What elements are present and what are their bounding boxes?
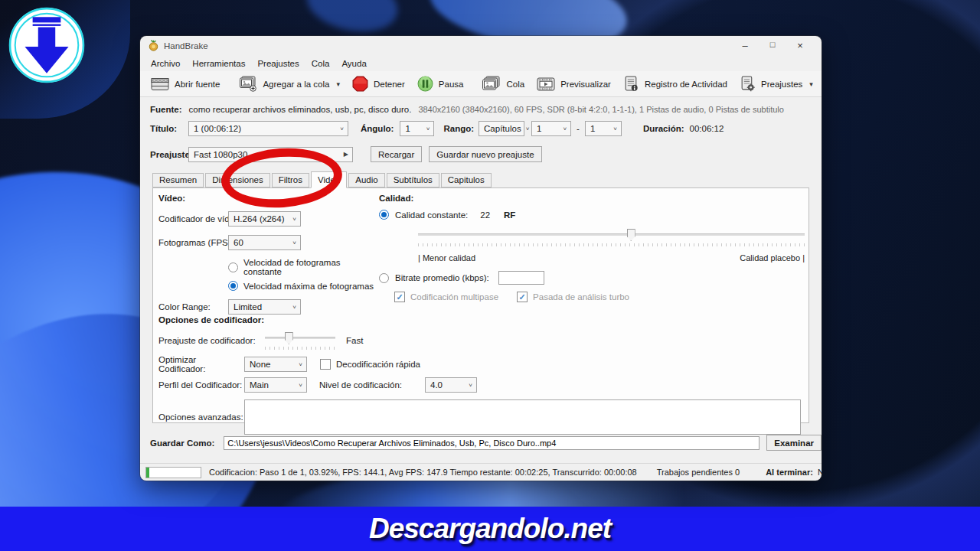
tab-resumen[interactable]: Resumen [152,173,204,187]
check-icon: ✓ [396,292,403,302]
encoder-preset-slider-track [265,337,335,339]
quality-slider-thumb[interactable] [627,229,635,241]
pause-button[interactable]: Pausa [411,73,470,95]
on-complete-select[interactable]: No hacer nada [818,468,822,477]
preset-select[interactable]: Fast 1080p30 ▶ [188,147,353,162]
menu-cola[interactable]: Cola [305,57,336,70]
chevron-down-icon: ˅ [292,216,296,223]
toolbar: Abrir fuente Agregar a la cola ▾ Detener [140,71,822,97]
multipass-checkbox[interactable]: ✓ [394,292,405,302]
menu-herramientas[interactable]: Herramientas [186,57,251,70]
open-source-button[interactable]: Abrir fuente [145,73,226,95]
source-details: 3840x2160 (3840x2160), 60 FPS, SDR (8-bi… [418,105,784,114]
turbo-checkbox[interactable]: ✓ [517,292,528,302]
activity-log-button[interactable]: Registro de Actividad [617,73,733,95]
title-select-value: 1 (00:06:12) [194,124,241,133]
preset-row: Preajuste: Fast 1080p30 ▶ Recargar Guard… [150,146,822,162]
status-bar: Codificacion: Paso 1 de 1, 03.92%, FPS: … [140,463,822,481]
tab-video[interactable]: Video [311,171,347,188]
fast-decode-checkbox[interactable] [320,359,331,370]
encoder-preset-slider-ticks [265,347,335,350]
maximize-button[interactable]: □ [759,40,786,51]
encoder-profile-select[interactable]: Main ˅ [244,377,307,393]
stop-button[interactable]: Detener [346,73,411,95]
constant-framerate-radio[interactable] [228,262,238,272]
constant-framerate-label: Velocidad de fotogramas constante [243,258,378,276]
dropdown-arrow-icon: ▾ [809,80,813,88]
tab-filtros[interactable]: Filtros [272,173,309,187]
watermark-text: Descargandolo.net [369,513,611,545]
quality-high-label: Calidad placebo | [740,253,805,262]
avg-bitrate-input[interactable] [498,271,544,285]
preview-button[interactable]: Previsualizar [531,73,617,95]
submenu-arrow-icon: ▶ [344,151,348,158]
color-range-value: Limited [234,302,262,311]
range-from-value: 1 [537,124,541,133]
queue-button[interactable]: Cola [475,73,531,95]
framerate-select[interactable]: 60 ˅ [228,235,301,250]
quality-slider-track [418,233,805,236]
angle-select-value: 1 [405,124,410,133]
avg-bitrate-radio[interactable] [379,273,389,283]
titlebar: HandBrake – □ × [140,36,822,55]
encoder-tune-select[interactable]: None ˅ [244,357,307,372]
browse-button[interactable]: Examinar [766,435,822,451]
menu-archivo[interactable]: Archivo [145,57,186,70]
chevron-down-icon: ˅ [469,382,472,389]
range-from-select[interactable]: 1 ˅ [531,121,571,136]
source-row: Fuente: como recuperar archivos eliminad… [150,105,822,114]
menu-ayuda[interactable]: Ayuda [335,57,372,70]
activity-log-icon [623,76,639,92]
queue-label: Cola [506,80,524,89]
reload-preset-button[interactable]: Recargar [371,146,422,162]
save-as-path-input[interactable] [224,436,760,450]
add-to-queue-button[interactable]: Agregar a la cola ▾ [232,73,345,95]
tab-dimensiones[interactable]: Dimensiones [205,173,270,187]
queue-icon [482,76,501,92]
range-type-value: Capítulos [484,124,521,133]
download-arrow-icon [8,5,86,86]
chevron-down-icon: ˅ [526,126,530,132]
video-encoder-label: Codificador de vídeo: [158,214,228,223]
color-range-select[interactable]: Limited ˅ [228,299,301,315]
presets-icon [740,76,756,92]
preset-select-value: Fast 1080p30 [194,150,247,159]
presets-button[interactable]: Preajustes ▾ [733,73,819,95]
check-icon: ✓ [518,292,525,302]
video-encoder-select[interactable]: H.264 (x264) ˅ [228,211,301,227]
chevron-down-icon: ˅ [299,361,302,368]
encoder-preset-slider-thumb[interactable] [285,332,293,344]
peak-framerate-radio[interactable] [228,281,238,291]
tab-capitulos[interactable]: Capitulos [441,173,492,187]
encoder-tune-label: Optimizar Codificador: [158,355,244,373]
video-encoder-value: H.264 (x264) [234,214,284,223]
angle-select[interactable]: 1 ˅ [400,121,434,136]
pause-label: Pausa [439,80,464,89]
encoder-level-select[interactable]: 4.0 ˅ [425,377,477,393]
multipass-label: Codificación multipase [410,292,498,302]
encoder-preset-slider[interactable] [265,331,335,344]
peak-framerate-label: Velocidad máxima de fotogramas [243,282,374,291]
stop-icon [352,76,368,92]
range-label: Rango: [443,124,474,133]
quality-slider[interactable] [418,228,805,241]
close-button[interactable]: × [786,40,814,51]
framerate-value: 60 [234,238,243,247]
range-type-select[interactable]: Capítulos ˅ [479,121,524,136]
constant-quality-radio[interactable] [379,210,389,220]
title-select[interactable]: 1 (00:06:12) ˅ [188,121,348,136]
menu-preajustes[interactable]: Preajustes [251,57,305,70]
range-to-select[interactable]: 1 ˅ [585,121,622,136]
encoder-tune-value: None [250,360,271,369]
encode-status-text: Codificacion: Paso 1 de 1, 03.92%, FPS: … [209,468,637,477]
avg-bitrate-label: Bitrate promedio (kbps): [395,273,489,282]
tab-subtitulos[interactable]: Subtítulos [387,173,439,187]
advanced-options-input[interactable] [244,399,801,435]
encoder-profile-value: Main [250,380,269,390]
title-row: Título: 1 (00:06:12) ˅ Ángulo: 1 ˅ Rango… [150,121,822,136]
save-new-preset-button[interactable]: Guardar nuevo preajuste [429,146,541,162]
minimize-button[interactable]: – [731,40,759,51]
tab-audio[interactable]: Audio [348,173,384,187]
chevron-down-icon: ˅ [563,126,567,132]
color-range-label: Color Range: [158,302,228,311]
